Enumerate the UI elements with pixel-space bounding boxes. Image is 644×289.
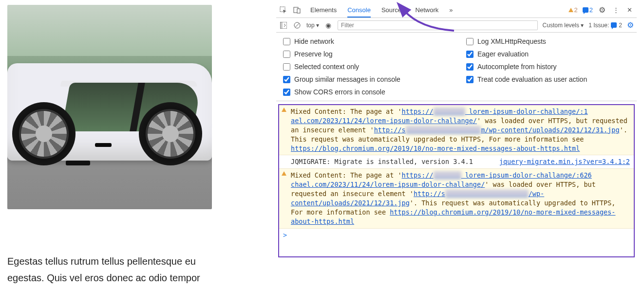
setting-label: Eager evaluation bbox=[477, 50, 529, 58]
setting-autocomplete-from-history[interactable]: Autocomplete from history bbox=[466, 63, 630, 71]
tab-sources[interactable]: Sources bbox=[381, 3, 405, 17]
setting-show-cors-errors-in-console[interactable]: Show CORS errors in console bbox=[283, 88, 630, 96]
device-toolbar-icon[interactable] bbox=[293, 6, 302, 15]
setting-log-xmlhttprequests[interactable]: Log XMLHttpRequests bbox=[466, 37, 630, 45]
console-info-row: jquery-migrate.min.js?ver=3.4.1:2 JQMIGR… bbox=[279, 155, 634, 169]
log-text: JQMIGRATE: Migrate is installed, version… bbox=[291, 158, 473, 165]
sidebar-toggle-icon[interactable] bbox=[279, 21, 288, 30]
clear-console-icon[interactable] bbox=[293, 21, 302, 30]
checkbox[interactable] bbox=[466, 63, 474, 71]
checkbox[interactable] bbox=[283, 51, 290, 58]
setting-preserve-log[interactable]: Preserve log bbox=[283, 50, 447, 58]
log-levels-selector[interactable]: Custom levels ▾ bbox=[543, 22, 584, 29]
tab-console[interactable]: Console bbox=[347, 3, 371, 18]
checkbox[interactable] bbox=[466, 38, 474, 45]
warning-icon bbox=[282, 108, 286, 112]
svg-rect-4 bbox=[280, 22, 283, 29]
messages-badge[interactable]: 2 bbox=[583, 6, 593, 14]
warning-icon bbox=[282, 171, 286, 176]
console-settings-panel: Hide networkLog XMLHttpRequestsPreserve … bbox=[276, 33, 637, 101]
console-prompt[interactable]: > bbox=[279, 229, 634, 242]
settings-icon[interactable]: ⚙ bbox=[598, 6, 606, 15]
setting-label: Hide network bbox=[294, 37, 334, 45]
log-link[interactable]: ael.com/2023/11/24/lorem-ipsum-dolor-cha… bbox=[291, 117, 477, 125]
warning-icon bbox=[568, 8, 573, 12]
setting-label: Autocomplete from history bbox=[477, 63, 557, 71]
article-body-text: Egestas tellus rutrum tellus pellentesqu… bbox=[7, 253, 222, 286]
context-selector[interactable]: top ▾ bbox=[306, 22, 319, 29]
setting-label: Show CORS errors in console bbox=[294, 88, 385, 96]
inspect-element-icon[interactable] bbox=[279, 6, 288, 15]
article-image bbox=[7, 5, 212, 209]
log-link[interactable]: http://sxxxxxxxxxxxxxxxxxxxm/wp-content/… bbox=[374, 126, 620, 134]
warnings-count: 2 bbox=[574, 6, 578, 14]
setting-label: Preserve log bbox=[294, 50, 333, 58]
svg-rect-2 bbox=[297, 9, 300, 13]
devtools-tabs: Elements Console Sources Network » bbox=[310, 3, 453, 17]
setting-label: Treat code evaluation as user action bbox=[477, 75, 587, 83]
setting-label: Selected context only bbox=[294, 63, 359, 71]
setting-hide-network[interactable]: Hide network bbox=[283, 37, 447, 45]
messages-count: 2 bbox=[589, 6, 593, 14]
log-link[interactable]: https://blog.chromium.org/2019/10/no-mor… bbox=[291, 144, 580, 152]
setting-selected-context-only[interactable]: Selected context only bbox=[283, 63, 447, 71]
log-link[interactable]: chael.com/2023/11/24/lorem-ipsum-dolor-c… bbox=[291, 181, 485, 188]
console-settings-icon[interactable]: ⚙ bbox=[627, 20, 634, 30]
svg-line-6 bbox=[295, 23, 299, 27]
filter-input[interactable] bbox=[338, 20, 538, 30]
console-toolbar: top ▾ ◉ Custom levels ▾ 1 Issue: 2 ⚙ bbox=[276, 18, 637, 33]
context-label: top bbox=[306, 22, 315, 29]
message-icon bbox=[583, 7, 588, 13]
levels-label: Custom levels bbox=[543, 22, 579, 29]
setting-treat-code-evaluation-as-user-action[interactable]: Treat code evaluation as user action bbox=[466, 75, 630, 83]
console-warning-row: Mixed Content: The page at 'https://xxxx… bbox=[279, 169, 634, 228]
checkbox[interactable] bbox=[466, 76, 474, 83]
console-warning-row: Mixed Content: The page at 'https://xxxx… bbox=[279, 105, 634, 155]
issues-label: 1 Issue: bbox=[588, 22, 609, 29]
tab-elements[interactable]: Elements bbox=[310, 3, 337, 17]
devtools-header: Elements Console Sources Network » 2 2 ⚙… bbox=[276, 2, 637, 18]
log-source-link[interactable]: jquery-migrate.min.js?ver=3.4.1:2 bbox=[499, 157, 630, 166]
setting-label: Log XMLHttpRequests bbox=[477, 37, 546, 45]
checkbox[interactable] bbox=[283, 63, 290, 71]
live-expression-icon[interactable]: ◉ bbox=[324, 21, 333, 30]
log-text: Mixed Content: The page at ' bbox=[291, 108, 402, 115]
issues-count: 2 bbox=[619, 22, 622, 29]
warnings-badge[interactable]: 2 bbox=[568, 6, 578, 14]
checkbox[interactable] bbox=[283, 76, 290, 83]
setting-eager-evaluation[interactable]: Eager evaluation bbox=[466, 50, 630, 58]
log-link[interactable]: https://xxxxxxxx lorem-ipsum-dolor-chall… bbox=[402, 108, 588, 115]
message-icon bbox=[611, 22, 617, 28]
tabs-overflow[interactable]: » bbox=[449, 3, 453, 17]
log-text: Mixed Content: The page at ' bbox=[291, 171, 402, 179]
devtools-panel: Elements Console Sources Network » 2 2 ⚙… bbox=[276, 2, 637, 285]
log-link[interactable]: https://xxxxxxx lorem-ipsum-dolor-challa… bbox=[402, 171, 592, 179]
checkbox[interactable] bbox=[283, 89, 290, 96]
checkbox[interactable] bbox=[283, 38, 290, 45]
console-output: Mixed Content: The page at 'https://xxxx… bbox=[278, 104, 635, 257]
kebab-menu-icon[interactable]: ⋮ bbox=[611, 6, 620, 15]
setting-group-similar-messages-in-console[interactable]: Group similar messages in console bbox=[283, 75, 447, 83]
issues-button[interactable]: 1 Issue: 2 bbox=[588, 22, 622, 29]
checkbox[interactable] bbox=[466, 51, 474, 58]
close-icon[interactable]: ✕ bbox=[625, 6, 634, 15]
setting-label: Group similar messages in console bbox=[294, 75, 400, 83]
tab-network[interactable]: Network bbox=[416, 3, 439, 17]
